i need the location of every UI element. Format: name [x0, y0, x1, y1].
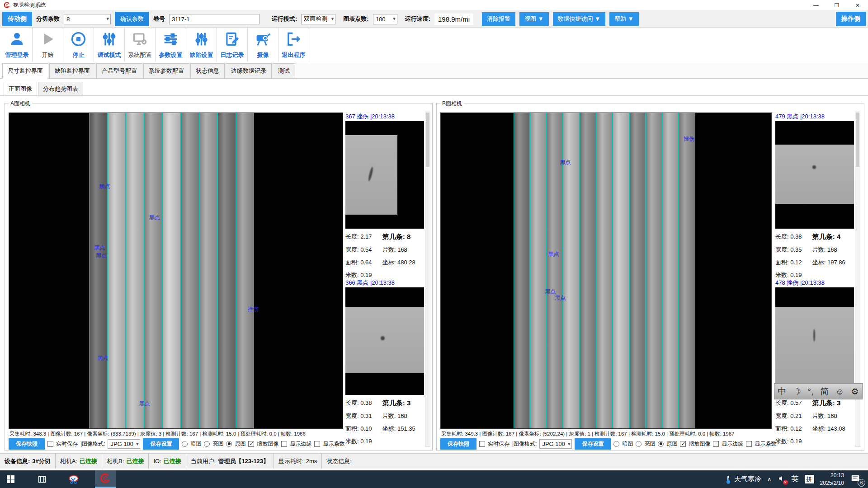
weather-indicator[interactable]: 天气寒冷: [725, 474, 761, 484]
data-quick-access-button[interactable]: 数据快捷访问 ▼: [553, 12, 605, 26]
sub-tab-0[interactable]: 正面图像: [4, 82, 37, 96]
notification-count-badge: 6: [858, 479, 865, 487]
main-tab-1[interactable]: 缺陷监控界面: [49, 63, 95, 78]
original-image-radio[interactable]: [226, 441, 232, 447]
operator-side-button[interactable]: 操作侧: [836, 12, 866, 26]
defect-length: 0.38: [790, 233, 802, 240]
toolbar-item-system-config[interactable]: 系统配置: [125, 28, 156, 62]
film-strip: [530, 113, 547, 428]
original-image-radio[interactable]: [658, 441, 664, 447]
ime-language-bar: 中 ☽ °, 简 ☺ ⚙: [774, 383, 863, 399]
view-menu-button[interactable]: 视图 ▼: [519, 12, 548, 26]
film-strip: [646, 113, 662, 428]
dark-image-radio[interactable]: [182, 441, 188, 447]
ime-moon-icon[interactable]: ☽: [793, 387, 801, 396]
confirm-count-button[interactable]: 确认条数: [115, 12, 149, 26]
image-format-select[interactable]: JPG 100: [539, 439, 572, 449]
language-indicator[interactable]: 英: [792, 474, 799, 484]
toolbar-item-param-settings[interactable]: 参数设置: [156, 28, 186, 62]
defect-card[interactable]: 478 挫伤 |20:13:38 长度: 0.57 第几条: 3 宽度: 0.2…: [775, 279, 854, 446]
film-strip: [199, 113, 218, 428]
bright-image-radio[interactable]: [636, 441, 642, 447]
main-tab-6[interactable]: 测试: [273, 63, 295, 78]
save-snapshot-button[interactable]: 保存快照: [440, 438, 476, 450]
help-menu-button[interactable]: 帮助 ▼: [609, 12, 638, 26]
notification-center-icon[interactable]: 6: [850, 474, 863, 485]
volume-muted-icon[interactable]: ✕: [778, 474, 786, 484]
maximize-button[interactable]: ❐: [826, 0, 847, 11]
clear-alarm-button[interactable]: 清除报警: [482, 12, 515, 26]
drive-side-button[interactable]: 传动侧: [2, 12, 32, 26]
roll-number-input[interactable]: 3117-1: [169, 14, 259, 24]
main-tab-2[interactable]: 产品型号配置: [96, 63, 142, 78]
defect-marker-label: 黑点: [139, 400, 150, 408]
realtime-save-checkbox[interactable]: [479, 441, 485, 447]
main-tab-4[interactable]: 状态信息: [190, 63, 225, 78]
taskbar-clock[interactable]: 20:13 2025/2/10: [820, 472, 844, 486]
main-tab-3[interactable]: 系统参数配置: [143, 63, 189, 78]
camera-a-defect-list: 367 挫伤 |20:13:38 长度: 2.17 第几条: 8 宽度: 0.5…: [345, 112, 430, 449]
defect-marker-label: 黑点: [99, 183, 110, 190]
vision-app-taskbar-icon[interactable]: [95, 470, 116, 488]
toolbar-item-stop[interactable]: 停止: [63, 28, 94, 62]
main-tab-5[interactable]: 边缘数据记录: [226, 63, 272, 78]
clock-date: 2025/2/10: [820, 479, 844, 487]
minimize-button[interactable]: —: [806, 0, 826, 11]
defect-list-scrollbar[interactable]: [425, 112, 430, 447]
toolbar-item-label: 退出程序: [282, 51, 306, 59]
zoom-image-checkbox[interactable]: [680, 441, 686, 447]
save-settings-button[interactable]: 保存设置: [143, 438, 179, 450]
toolbar-item-capture[interactable]: 摄像: [248, 28, 278, 62]
start-button[interactable]: [0, 470, 21, 488]
defect-card[interactable]: 366 黑点 |20:13:38 长度: 0.38 第几条: 3 宽度: 0.3…: [345, 279, 424, 446]
image-format-select[interactable]: JPG 100: [108, 439, 140, 449]
toolbar-item-log-record[interactable]: 日志记录: [217, 28, 248, 62]
main-tab-0[interactable]: 尺寸监控界面: [2, 63, 48, 79]
task-view-icon[interactable]: [32, 470, 52, 488]
show-edges-checkbox[interactable]: [281, 441, 287, 447]
toolbar-item-defect-settings[interactable]: 缺陷设置: [186, 28, 217, 62]
split-count-label: 分切条数: [36, 15, 60, 23]
toolbar-item-start[interactable]: 开始: [33, 28, 63, 62]
log-book-icon: [224, 31, 241, 49]
snipping-tool-icon[interactable]: [63, 470, 84, 488]
show-strips-checkbox[interactable]: [746, 441, 752, 447]
defect-time: 20:13:38: [372, 113, 395, 120]
run-mode-select[interactable]: 双面检测: [301, 14, 335, 24]
sub-tab-1[interactable]: 分布趋势图表: [38, 82, 83, 96]
main-tab-bar: 尺寸监控界面缺陷监控界面产品型号配置系统参数配置状态信息边缘数据记录测试: [0, 63, 868, 79]
camera-b-conn-status: 已连接: [126, 457, 144, 465]
defect-card[interactable]: 367 挫伤 |20:13:38 长度: 2.17 第几条: 8 宽度: 0.5…: [345, 113, 424, 279]
show-strips-checkbox[interactable]: [314, 441, 320, 447]
defect-length: 0.57: [790, 399, 802, 406]
dark-image-radio[interactable]: [613, 441, 619, 447]
realtime-save-checkbox[interactable]: [47, 441, 53, 447]
ime-simplified-mode[interactable]: 简: [820, 387, 829, 396]
split-count-select[interactable]: 8: [64, 14, 111, 24]
toolbar-item-debug-mode[interactable]: 调试模式: [94, 28, 125, 62]
show-edges-checkbox[interactable]: [713, 441, 719, 447]
chart-points-select[interactable]: 100: [373, 14, 397, 24]
save-settings-button[interactable]: 保存设置: [575, 438, 611, 450]
param-sliders-icon: [162, 31, 179, 49]
toolbar-item-exit-program[interactable]: 退出程序: [278, 28, 309, 62]
toolbar-item-admin-login[interactable]: 管理登录: [2, 28, 33, 62]
display-time-label: 显示耗时:: [278, 457, 304, 465]
defect-coord: 197.86: [827, 259, 845, 266]
ime-pinyin-indicator[interactable]: 拼: [805, 475, 814, 484]
weather-text: 天气寒冷: [734, 475, 761, 483]
save-snapshot-button[interactable]: 保存快照: [9, 438, 45, 450]
play-icon: [39, 31, 56, 49]
defect-sliders-icon: [193, 31, 210, 49]
ime-settings-gear-icon[interactable]: ⚙: [851, 387, 859, 396]
defect-card[interactable]: 479 黑点 |20:13:38 长度: 0.38 第几条: 4 宽度: 0.3…: [775, 113, 854, 279]
hidden-icons-chevron[interactable]: ∧: [767, 476, 772, 483]
ime-punctuation-icon[interactable]: °,: [807, 387, 813, 396]
defect-coord: 151.35: [397, 425, 415, 432]
bright-image-radio[interactable]: [204, 441, 210, 447]
zoom-image-checkbox[interactable]: [248, 441, 254, 447]
ime-emoji-icon[interactable]: ☺: [835, 387, 844, 396]
stop-icon: [70, 31, 87, 49]
ime-chinese-mode[interactable]: 中: [778, 387, 786, 396]
close-button[interactable]: ✕: [847, 0, 868, 11]
